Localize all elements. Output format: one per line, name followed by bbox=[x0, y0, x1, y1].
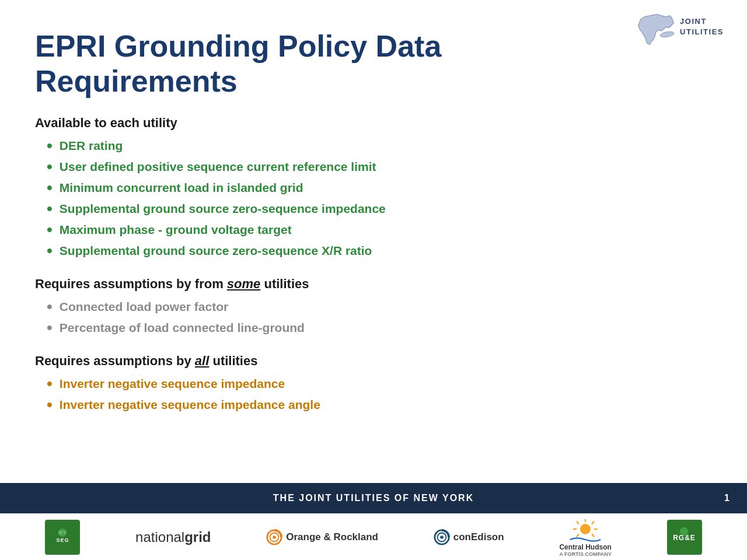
list-item: • Connected load power factor bbox=[47, 300, 712, 315]
nationalgrid-logo: nationalgrid bbox=[135, 529, 211, 545]
conedison-text: conEdison bbox=[453, 531, 504, 543]
svg-point-22 bbox=[680, 527, 688, 536]
list-item: • User defined positive sequence current… bbox=[47, 160, 712, 175]
section3-heading: Requires assumptions by all utilities bbox=[35, 354, 712, 369]
list-item: • Inverter negative sequence impedance bbox=[47, 377, 712, 392]
footer-bar: THE JOINT UTILITIES OF NEW YORK 1 bbox=[0, 483, 747, 513]
nyseg-logo: NY SEG bbox=[45, 520, 80, 555]
svg-point-1 bbox=[659, 31, 674, 38]
list-item: • Maximum phase - ground voltage target bbox=[47, 223, 712, 238]
list-item: • Minimum concurrent load in islanded gr… bbox=[47, 181, 712, 196]
bullet-dot: • bbox=[47, 376, 53, 392]
svg-text:SEG: SEG bbox=[56, 537, 69, 543]
list-item: • DER rating bbox=[47, 139, 712, 154]
section1-bullet-list: • DER rating • User defined positive seq… bbox=[35, 139, 712, 259]
bullet-dot: • bbox=[47, 320, 53, 336]
bullet-dot: • bbox=[47, 397, 53, 413]
logo-top-right: Joint Utilities bbox=[636, 12, 724, 50]
section1-heading: Available to each utility bbox=[35, 116, 712, 131]
ny-state-map-icon bbox=[636, 12, 676, 50]
bullet-dot: • bbox=[47, 243, 53, 259]
svg-point-11 bbox=[440, 536, 444, 539]
svg-point-12 bbox=[580, 524, 591, 534]
orange-rockland-logo: Orange & Rockland bbox=[266, 529, 378, 545]
footer-logos: NY SEG nationalgrid Orange & Rockland bbox=[0, 513, 747, 560]
svg-point-8 bbox=[273, 536, 276, 539]
svg-line-16 bbox=[592, 534, 594, 537]
bullet-dot: • bbox=[47, 180, 53, 196]
footer-page-number: 1 bbox=[724, 493, 729, 503]
bullet-dot: • bbox=[47, 138, 53, 154]
conedison-logo: conEdison bbox=[434, 529, 504, 545]
svg-point-5 bbox=[58, 528, 67, 537]
list-item: • Inverter negative sequence impedance a… bbox=[47, 398, 712, 413]
section2-heading: Requires assumptions by from some utilit… bbox=[35, 276, 712, 292]
central-hudson-text: Central Hudson bbox=[559, 543, 611, 551]
bullet-dot: • bbox=[47, 201, 53, 217]
joint-utilities-text: Joint Utilities bbox=[680, 16, 724, 37]
slide-title: EPRI Grounding Policy Data Requirements bbox=[35, 29, 502, 99]
svg-marker-0 bbox=[638, 14, 674, 44]
svg-line-19 bbox=[577, 534, 579, 537]
svg-line-14 bbox=[592, 522, 594, 524]
bullet-dot: • bbox=[47, 159, 53, 175]
bullet-dot: • bbox=[47, 299, 53, 315]
section2-bullet-list: • Connected load power factor • Percenta… bbox=[35, 300, 712, 336]
main-content: Joint Utilities EPRI Grounding Policy Da… bbox=[0, 0, 747, 483]
orange-rockland-icon bbox=[266, 529, 282, 545]
conedison-icon bbox=[434, 529, 450, 545]
rge-logo: RG&E bbox=[667, 520, 702, 555]
orange-rockland-text: Orange & Rockland bbox=[286, 531, 378, 543]
list-item: • Supplemental ground source zero-sequen… bbox=[47, 202, 712, 217]
section3-bullet-list: • Inverter negative sequence impedance •… bbox=[35, 377, 712, 413]
slide-container: Joint Utilities EPRI Grounding Policy Da… bbox=[0, 0, 747, 560]
svg-line-17 bbox=[577, 522, 579, 524]
bullet-dot: • bbox=[47, 222, 53, 238]
list-item: • Supplemental ground source zero-sequen… bbox=[47, 244, 712, 259]
joint-utilities-logo: Joint Utilities bbox=[636, 12, 724, 50]
central-hudson-logo: Central Hudson A FORTIS COMPANY bbox=[559, 517, 612, 557]
footer-center-text: THE JOINT UTILITIES OF NEW YORK bbox=[273, 493, 474, 503]
list-item: • Percentage of load connected line-grou… bbox=[47, 321, 712, 336]
